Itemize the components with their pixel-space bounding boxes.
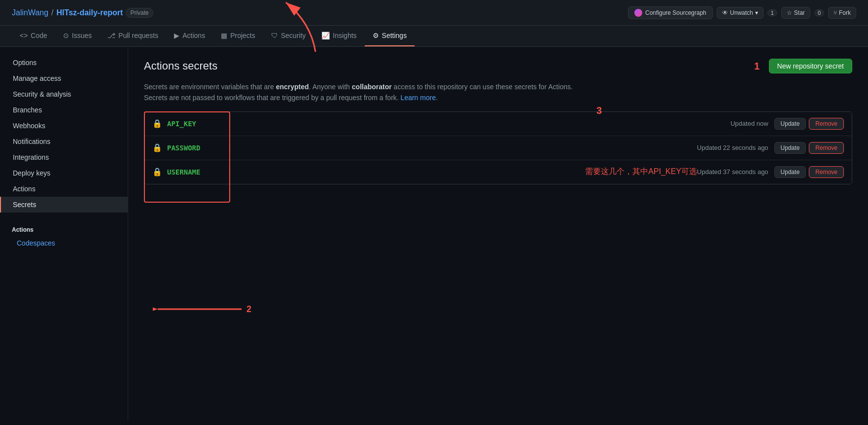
secret-updated-username: Updated 37 seconds ago: [697, 168, 768, 176]
sidebar-item-actions[interactable]: Actions: [0, 181, 128, 197]
fork-button[interactable]: ⑂ Fork: [828, 7, 856, 19]
nav-tabs: <> Code ⊙ Issues ⎇ Pull requests ▶ Actio…: [0, 26, 868, 47]
settings-icon: ⚙: [373, 32, 379, 39]
description-line2: Secrets are not passed to workflows that…: [144, 92, 852, 103]
security-icon: 🛡: [271, 32, 278, 39]
top-bar-actions: Configure Sourcegraph 👁 Unwatch ▾ 1 ☆ St…: [628, 6, 856, 19]
sidebar-item-branches-label: Branches: [13, 106, 42, 114]
star-count: 0: [814, 9, 824, 16]
sidebar-item-manage-access[interactable]: Manage access: [0, 71, 128, 86]
content-area: Actions secrets New repository secret Se…: [128, 47, 868, 421]
tab-issues-label: Issues: [72, 32, 92, 39]
secret-updated-api-key: Updated now: [730, 120, 768, 127]
tab-insights-label: Insights: [333, 32, 356, 39]
chevron-down-icon: ▾: [755, 9, 758, 16]
sourcegraph-icon: [634, 9, 642, 17]
fork-icon: ⑂: [833, 9, 837, 16]
tab-security[interactable]: 🛡 Security: [263, 26, 314, 46]
repo-separator: /: [51, 8, 53, 17]
tab-actions-label: Actions: [182, 32, 205, 39]
description-line1: Secrets are environment variables that a…: [144, 81, 852, 92]
sidebar-item-secrets-label: Secrets: [13, 201, 36, 209]
sidebar-item-webhooks[interactable]: Webhooks: [0, 118, 128, 134]
tab-security-label: Security: [281, 32, 306, 39]
star-icon: ☆: [787, 9, 792, 16]
private-badge: Private: [126, 8, 153, 18]
pull-requests-icon: ⎇: [107, 32, 115, 39]
update-password-button[interactable]: Update: [774, 142, 806, 154]
remove-api-key-button[interactable]: Remove: [809, 118, 844, 130]
table-row: 🔒 API_KEY Updated now Update Remove: [144, 112, 852, 136]
tab-code-label: Code: [31, 32, 47, 39]
table-row: 🔒 PASSWORD Updated 22 seconds ago Update…: [144, 136, 852, 160]
secret-actions-api-key: Update Remove: [774, 118, 844, 130]
sidebar-item-integrations-label: Integrations: [13, 153, 49, 161]
configure-sourcegraph-label: Configure Sourcegraph: [645, 9, 706, 16]
tab-pull-requests[interactable]: ⎇ Pull requests: [100, 26, 166, 46]
sidebar-item-deploy-keys-label: Deploy keys: [13, 169, 50, 177]
configure-sourcegraph-button[interactable]: Configure Sourcegraph: [628, 6, 713, 19]
insights-icon: 📈: [321, 32, 330, 39]
encrypted-bold: encrypted: [276, 83, 309, 91]
description: Secrets are environment variables that a…: [144, 81, 852, 104]
secret-actions-password: Update Remove: [774, 142, 844, 154]
tab-pull-requests-label: Pull requests: [118, 32, 158, 39]
repo-title: JalinWang / HITsz-daily-report Private: [12, 8, 628, 18]
actions-icon: ▶: [174, 32, 179, 39]
sidebar: Options Manage access Security & analysi…: [0, 47, 128, 421]
sidebar-item-branches[interactable]: Branches: [0, 102, 128, 118]
tab-insights[interactable]: 📈 Insights: [313, 26, 364, 46]
secret-name-api-key: API_KEY: [167, 120, 730, 128]
secret-actions-username: Update Remove: [774, 166, 844, 178]
star-button[interactable]: ☆ Star: [781, 7, 810, 19]
remove-username-button[interactable]: Remove: [809, 166, 844, 178]
sidebar-item-options[interactable]: Options: [0, 55, 128, 71]
fork-label: Fork: [839, 9, 851, 16]
remove-password-button[interactable]: Remove: [809, 142, 844, 154]
page-header: Actions secrets New repository secret: [144, 59, 852, 73]
sidebar-item-notifications[interactable]: Notifications: [0, 134, 128, 149]
tab-projects-label: Projects: [230, 32, 255, 39]
star-label: Star: [794, 9, 805, 16]
page-title: Actions secrets: [144, 60, 217, 72]
secret-updated-password: Updated 22 seconds ago: [697, 144, 768, 151]
update-api-key-button[interactable]: Update: [774, 118, 806, 130]
sidebar-item-codespaces[interactable]: Codespaces: [0, 235, 128, 251]
sidebar-item-webhooks-label: Webhooks: [13, 122, 45, 130]
main-layout: Options Manage access Security & analysi…: [0, 47, 868, 421]
collaborator-bold: collaborator: [352, 83, 392, 91]
sidebar-item-actions-label: Actions: [13, 185, 35, 193]
sidebar-item-integrations[interactable]: Integrations: [0, 149, 128, 165]
secret-name-password: PASSWORD: [167, 144, 697, 152]
lock-icon: 🔒: [152, 143, 162, 152]
sidebar-item-codespaces-label: Codespaces: [17, 239, 55, 247]
tab-settings[interactable]: ⚙ Settings: [365, 26, 415, 46]
sidebar-item-options-label: Options: [13, 59, 36, 67]
tab-settings-label: Settings: [382, 32, 407, 39]
sidebar-item-security-analysis-label: Security & analysis: [13, 90, 71, 98]
tab-code[interactable]: <> Code: [12, 26, 55, 46]
learn-more-link[interactable]: Learn more: [401, 94, 436, 102]
sidebar-item-manage-access-label: Manage access: [13, 74, 61, 82]
lock-icon: 🔒: [152, 167, 162, 177]
sidebar-item-notifications-label: Notifications: [13, 138, 50, 145]
sidebar-item-deploy-keys[interactable]: Deploy keys: [0, 165, 128, 181]
tab-issues[interactable]: ⊙ Issues: [55, 26, 100, 46]
chinese-annotation: 需要这几个，其中API_KEY可选: [585, 167, 697, 177]
sidebar-section-actions: Actions: [0, 220, 128, 235]
unwatch-button[interactable]: 👁 Unwatch ▾: [717, 7, 764, 19]
tab-projects[interactable]: ▦ Projects: [213, 26, 263, 46]
unwatch-count: 1: [767, 9, 777, 16]
issues-icon: ⊙: [63, 32, 69, 39]
secrets-list: 🔒 API_KEY Updated now Update Remove 🔒 PA…: [144, 111, 852, 184]
sidebar-item-secrets[interactable]: Secrets: [0, 197, 128, 212]
projects-icon: ▦: [221, 32, 227, 39]
repo-name[interactable]: HITsz-daily-report: [57, 8, 123, 17]
eye-icon: 👁: [722, 9, 728, 16]
sidebar-item-security-analysis[interactable]: Security & analysis: [0, 86, 128, 102]
tab-actions[interactable]: ▶ Actions: [166, 26, 213, 46]
new-repository-secret-button[interactable]: New repository secret: [769, 59, 852, 73]
code-icon: <>: [20, 32, 28, 39]
update-username-button[interactable]: Update: [774, 166, 806, 178]
repo-owner[interactable]: JalinWang: [12, 8, 48, 17]
